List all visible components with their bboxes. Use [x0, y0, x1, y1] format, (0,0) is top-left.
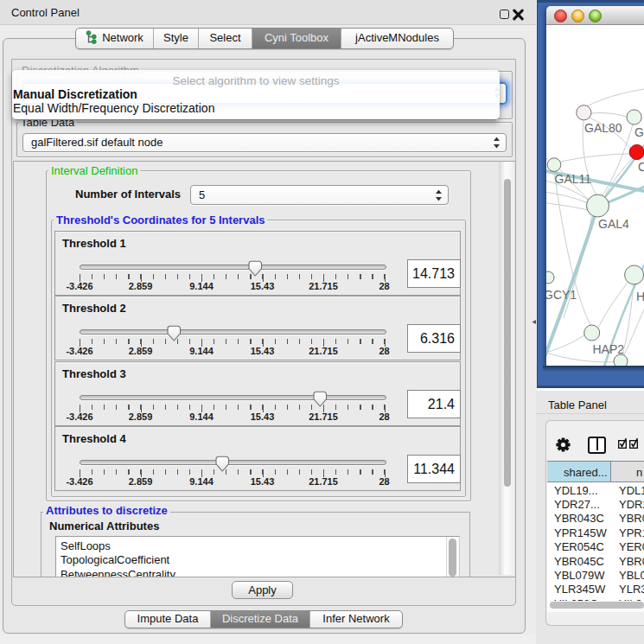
svg-text:HAP2: HAP2	[593, 342, 625, 356]
svg-text:GAL4: GAL4	[598, 217, 629, 231]
svg-text:GCY1: GCY1	[546, 288, 577, 302]
svg-text:GA: GA	[634, 125, 644, 139]
svg-text:GAL11: GAL11	[555, 172, 592, 186]
svg-text:C: C	[638, 160, 644, 174]
svg-text:H: H	[636, 290, 644, 303]
svg-text:GAL80: GAL80	[584, 121, 622, 135]
